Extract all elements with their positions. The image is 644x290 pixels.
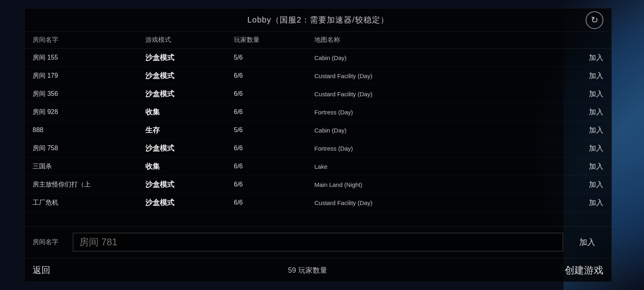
room-name-cell: 房间 356: [33, 90, 145, 98]
input-label: 房间名字: [33, 238, 65, 246]
map-name-cell: Cabin (Day): [314, 54, 555, 61]
room-name-cell: 888: [33, 126, 145, 134]
table-row: 房间 758 沙盒模式 6/6 Fortress (Day) 加入: [25, 139, 611, 157]
map-name-cell: Fortress (Day): [314, 145, 555, 152]
join-button-7[interactable]: 加入: [555, 180, 603, 189]
table-row: 房间 155 沙盒模式 5/6 Cabin (Day) 加入: [25, 49, 611, 67]
col-game-mode: 游戏模式: [145, 36, 234, 44]
join-button-2[interactable]: 加入: [555, 89, 603, 99]
join-button-5[interactable]: 加入: [555, 143, 603, 153]
room-name-cell: 房主放怪你们打（上: [33, 180, 145, 189]
game-mode-cell: 沙盒模式: [145, 71, 234, 81]
col-map-name: 地图名称: [314, 36, 555, 44]
player-count-cell: 6/6: [234, 163, 314, 170]
join-button-6[interactable]: 加入: [555, 162, 603, 171]
map-name-cell: Custard Facility (Day): [314, 199, 555, 206]
table-row: 工厂危机 沙盒模式 6/6 Custard Facility (Day) 加入: [25, 194, 611, 212]
game-mode-cell: 沙盒模式: [145, 198, 234, 207]
footer: 返回 59 玩家数量 创建游戏: [25, 258, 611, 282]
game-mode-cell: 生存: [145, 125, 234, 135]
back-button[interactable]: 返回: [33, 264, 50, 276]
player-count-cell: 6/6: [234, 145, 314, 152]
col-join-action: [555, 36, 603, 44]
table-header: 房间名字 游戏模式 玩家数量 地图名称: [25, 32, 611, 49]
player-count-cell: 6/6: [234, 72, 314, 79]
player-count-cell: 5/6: [234, 54, 314, 61]
player-count-cell: 6/6: [234, 108, 314, 116]
join-button-8[interactable]: 加入: [555, 198, 603, 207]
map-name-cell: Custard Facility (Day): [314, 91, 555, 97]
table-row: 888 生存 5/6 Cabin (Day) 加入: [25, 121, 611, 139]
table-row: 房间 179 沙盒模式 6/6 Custard Facility (Day) 加…: [25, 67, 611, 85]
game-mode-cell: 沙盒模式: [145, 53, 234, 62]
col-player-count: 玩家数量: [234, 36, 314, 44]
map-name-cell: Fortress (Day): [314, 109, 555, 116]
room-name-cell: 房间 179: [33, 72, 145, 80]
join-button-3[interactable]: 加入: [555, 107, 603, 117]
bottom-input-area: 房间名字 加入: [25, 226, 611, 257]
table-row: 房间 356 沙盒模式 6/6 Custard Facility (Day) 加…: [25, 85, 611, 103]
player-count-cell: 5/6: [234, 126, 314, 134]
map-name-cell: Cabin (Day): [314, 127, 555, 134]
game-mode-cell: 沙盒模式: [145, 180, 234, 189]
game-mode-cell: 收集: [145, 162, 234, 171]
player-count-cell: 6/6: [234, 181, 314, 188]
game-mode-cell: 收集: [145, 107, 234, 117]
col-room-name: 房间名字: [33, 36, 145, 44]
join-input-button[interactable]: 加入: [571, 234, 603, 251]
table-row: 房主放怪你们打（上 沙盒模式 6/6 Main Land (Night) 加入: [25, 176, 611, 194]
game-mode-cell: 沙盒模式: [145, 89, 234, 99]
create-game-button[interactable]: 创建游戏: [565, 264, 603, 277]
room-name-cell: 工厂危机: [33, 199, 145, 207]
room-name-cell: 三国杀: [33, 162, 145, 171]
game-mode-cell: 沙盒模式: [145, 143, 234, 153]
main-panel: Lobby（国服2：需要加速器/较稳定） ↻ 房间名字 游戏模式 玩家数量 地图…: [24, 8, 612, 282]
join-button-1[interactable]: 加入: [555, 71, 603, 81]
room-name-cell: 房间 155: [33, 54, 145, 62]
header: Lobby（国服2：需要加速器/较稳定） ↻: [25, 8, 611, 32]
room-name-cell: 房间 758: [33, 144, 145, 153]
refresh-button[interactable]: ↻: [586, 11, 603, 29]
join-button-0[interactable]: 加入: [555, 53, 603, 62]
player-count-info: 59 玩家数量: [288, 265, 327, 275]
room-name-cell: 房间 928: [33, 108, 145, 116]
table-body: 房间 155 沙盒模式 5/6 Cabin (Day) 加入 房间 179 沙盒…: [25, 49, 611, 212]
lobby-title: Lobby（国服2：需要加速器/较稳定）: [247, 14, 388, 25]
join-button-4[interactable]: 加入: [555, 125, 603, 135]
player-count-cell: 6/6: [234, 90, 314, 97]
room-name-input[interactable]: [73, 233, 563, 251]
table-row: 三国杀 收集 6/6 Lake 加入: [25, 157, 611, 176]
table-row: 房间 928 收集 6/6 Fortress (Day) 加入: [25, 103, 611, 121]
map-name-cell: Main Land (Night): [314, 181, 555, 188]
map-name-cell: Custard Facility (Day): [314, 72, 555, 79]
map-name-cell: Lake: [314, 163, 555, 170]
player-count-cell: 6/6: [234, 199, 314, 206]
